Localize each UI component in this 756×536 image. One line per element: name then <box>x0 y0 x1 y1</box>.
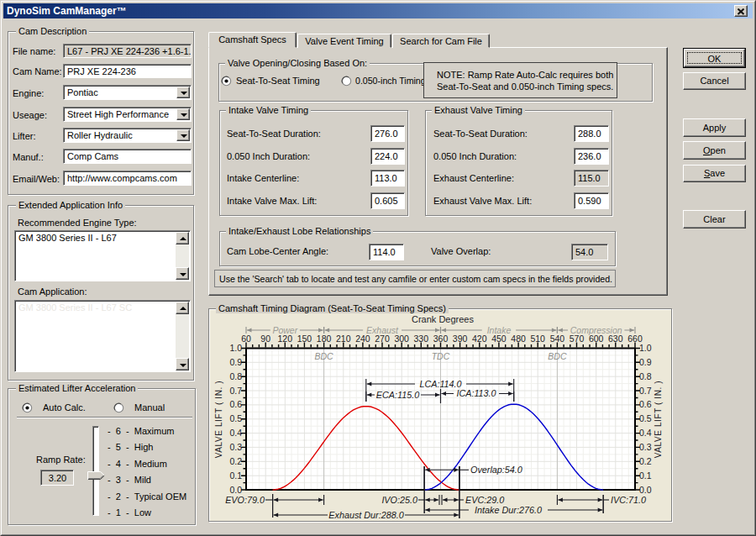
svg-text:330: 330 <box>414 334 429 344</box>
svg-text:EVO:79.0: EVO:79.0 <box>225 495 265 505</box>
svg-text:0.3: 0.3 <box>639 442 652 452</box>
svg-text:Overlap:54.0: Overlap:54.0 <box>470 465 522 475</box>
svg-text:0.0: 0.0 <box>229 485 242 495</box>
svg-text:0.6: 0.6 <box>229 399 242 409</box>
svg-text:270: 270 <box>375 334 390 344</box>
svg-text:BDC: BDC <box>548 351 567 361</box>
svg-text:0.8: 0.8 <box>639 371 652 381</box>
svg-text:Crank Degrees: Crank Degrees <box>412 314 474 324</box>
svg-text:ECA:115.0: ECA:115.0 <box>376 390 419 400</box>
svg-text:210: 210 <box>336 334 351 344</box>
svg-text:Intake: Intake <box>487 325 512 335</box>
svg-text:ICA:113.0: ICA:113.0 <box>456 388 496 398</box>
svg-text:120: 120 <box>278 334 293 344</box>
svg-text:0.5: 0.5 <box>229 413 242 423</box>
svg-text:0.6: 0.6 <box>639 399 652 409</box>
svg-text:VALVE LIFT ( IN. ): VALVE LIFT ( IN. ) <box>214 381 223 459</box>
svg-text:150: 150 <box>297 334 312 344</box>
svg-text:EVC:29.0: EVC:29.0 <box>465 495 504 505</box>
svg-text:0.2: 0.2 <box>229 456 242 466</box>
svg-text:0.9: 0.9 <box>639 357 652 367</box>
svg-text:Exhaust Dur:288.0: Exhaust Dur:288.0 <box>328 510 403 520</box>
svg-text:180: 180 <box>317 334 332 344</box>
svg-text:0.4: 0.4 <box>639 428 652 438</box>
svg-text:LCA:114.0: LCA:114.0 <box>419 379 461 389</box>
svg-text:0.0: 0.0 <box>639 485 652 495</box>
svg-text:60: 60 <box>241 334 251 344</box>
svg-text:0.5: 0.5 <box>639 413 652 423</box>
svg-text:1.0: 1.0 <box>639 343 652 353</box>
svg-text:0.7: 0.7 <box>229 386 242 396</box>
svg-text:0.8: 0.8 <box>229 371 242 381</box>
svg-text:IVC:71.0: IVC:71.0 <box>611 495 646 505</box>
svg-text:0.1: 0.1 <box>639 470 652 481</box>
svg-text:0.9: 0.9 <box>229 357 242 367</box>
svg-text:390: 390 <box>453 334 468 344</box>
svg-text:TDC: TDC <box>432 351 450 361</box>
svg-text:0.1: 0.1 <box>229 470 242 481</box>
svg-text:450: 450 <box>491 334 507 344</box>
svg-text:Compression: Compression <box>570 325 622 335</box>
svg-text:540: 540 <box>550 334 565 344</box>
svg-text:VALVE LIFT ( IN. ): VALVE LIFT ( IN. ) <box>654 381 663 459</box>
svg-text:480: 480 <box>511 334 526 344</box>
svg-text:510: 510 <box>530 334 545 344</box>
svg-text:240: 240 <box>355 334 370 344</box>
svg-text:570: 570 <box>570 334 585 344</box>
svg-text:0.7: 0.7 <box>639 386 652 396</box>
svg-text:Exhaust: Exhaust <box>366 325 399 335</box>
svg-text:0.3: 0.3 <box>229 442 242 452</box>
svg-text:600: 600 <box>589 334 604 344</box>
svg-text:BDC: BDC <box>315 351 334 361</box>
svg-text:0.2: 0.2 <box>639 456 652 466</box>
svg-text:90: 90 <box>260 334 270 344</box>
svg-text:1.0: 1.0 <box>229 343 242 353</box>
svg-text:IVO:25.0: IVO:25.0 <box>381 495 417 505</box>
svg-text:630: 630 <box>608 334 623 344</box>
svg-text:360: 360 <box>433 334 449 344</box>
svg-text:0.4: 0.4 <box>229 428 242 438</box>
svg-text:420: 420 <box>472 334 487 344</box>
svg-text:300: 300 <box>394 334 409 344</box>
svg-text:Power: Power <box>272 325 297 335</box>
svg-text:Intake Dur:276.0: Intake Dur:276.0 <box>475 505 542 515</box>
